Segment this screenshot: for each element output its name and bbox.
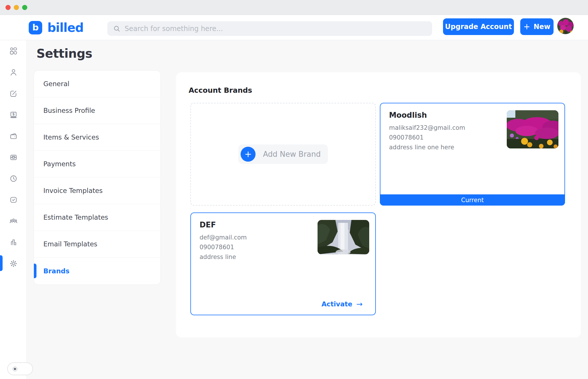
bar-chart-icon bbox=[9, 238, 18, 246]
window-close-button[interactable] bbox=[5, 5, 11, 10]
plus-icon: + bbox=[241, 147, 256, 162]
brand-logo-image bbox=[318, 220, 369, 254]
sidebar-item-wallet[interactable] bbox=[0, 128, 27, 144]
sidebar-item-history[interactable] bbox=[0, 171, 27, 187]
app-logo[interactable]: b billed bbox=[29, 21, 84, 35]
sun-icon bbox=[11, 366, 18, 372]
global-search[interactable] bbox=[107, 21, 432, 36]
sidebar-item-cash-book[interactable]: $ bbox=[0, 107, 27, 123]
user-icon bbox=[9, 68, 18, 76]
check-square-icon bbox=[9, 196, 18, 204]
plus-icon: + bbox=[523, 23, 530, 31]
app-header: b billed Upgrade Account + New bbox=[0, 15, 588, 40]
settings-menu: General Business Profile Items & Service… bbox=[34, 70, 161, 285]
dashboard-icon bbox=[9, 47, 18, 55]
menu-item-general[interactable]: General bbox=[34, 71, 160, 97]
sidebar-item-customers[interactable] bbox=[0, 213, 27, 229]
sidebar-item-tasks[interactable] bbox=[0, 192, 27, 208]
gear-icon bbox=[9, 260, 18, 268]
menu-item-estimate-templates[interactable]: Estimate Templates bbox=[34, 204, 160, 231]
activate-link[interactable]: Activate → bbox=[322, 300, 363, 308]
sidebar-nav: $ bbox=[0, 40, 27, 379]
clock-icon bbox=[9, 175, 18, 183]
upgrade-account-button[interactable]: Upgrade Account bbox=[443, 18, 514, 35]
logo-mark-icon: b bbox=[29, 21, 42, 34]
sidebar-item-dashboard[interactable] bbox=[0, 43, 27, 59]
menu-item-invoice-templates[interactable]: Invoice Templates bbox=[34, 177, 160, 204]
people-icon bbox=[9, 217, 18, 225]
menu-item-payments[interactable]: Payments bbox=[34, 151, 160, 177]
section-title: Account Brands bbox=[189, 86, 252, 94]
arrow-right-icon: → bbox=[356, 300, 363, 308]
page-title: Settings bbox=[36, 47, 92, 61]
brand-logo-image bbox=[507, 110, 558, 148]
sidebar-item-reports[interactable] bbox=[0, 234, 27, 250]
sidebar-item-compose[interactable] bbox=[0, 86, 27, 102]
menu-item-business-profile[interactable]: Business Profile bbox=[34, 97, 160, 124]
avatar-image bbox=[557, 18, 574, 34]
active-menu-indicator bbox=[34, 264, 36, 278]
sidebar-active-indicator bbox=[0, 255, 3, 271]
window-minimize-button[interactable] bbox=[14, 5, 19, 10]
wallet-icon bbox=[9, 132, 18, 140]
theme-toggle[interactable] bbox=[7, 362, 33, 375]
current-badge: Current bbox=[380, 194, 565, 206]
add-brand-card: + Add New Brand bbox=[190, 103, 376, 206]
brand-card-moodlish[interactable]: Moodlish maliksaif232@gmail.com 09007860… bbox=[380, 103, 565, 206]
menu-item-brands[interactable]: Brands bbox=[34, 258, 160, 284]
menu-item-email-templates[interactable]: Email Templates bbox=[34, 231, 160, 258]
window-zoom-button[interactable] bbox=[22, 5, 27, 10]
add-new-brand-button[interactable]: + Add New Brand bbox=[238, 144, 328, 164]
svg-text:$: $ bbox=[12, 112, 15, 116]
account-brands-panel: Account Brands + Add New Brand Moodlish … bbox=[176, 72, 581, 337]
search-icon bbox=[113, 25, 121, 32]
logo-text: billed bbox=[47, 21, 84, 35]
sidebar-item-inbox[interactable] bbox=[0, 149, 27, 165]
brand-card-def[interactable]: DEF def@gmail.com 090078601 address line bbox=[190, 212, 376, 315]
brands-grid: + Add New Brand Moodlish maliksaif232@gm… bbox=[190, 103, 565, 315]
menu-item-items-services[interactable]: Items & Services bbox=[34, 124, 160, 151]
window-titlebar bbox=[0, 0, 588, 15]
sidebar-item-contacts[interactable] bbox=[0, 64, 27, 80]
user-avatar[interactable] bbox=[557, 18, 574, 34]
cash-book-icon: $ bbox=[9, 111, 18, 119]
new-button[interactable]: + New bbox=[520, 18, 554, 35]
search-input[interactable] bbox=[125, 25, 426, 33]
inbox-icon bbox=[9, 153, 18, 161]
edit-icon bbox=[9, 90, 18, 98]
sidebar-item-settings[interactable] bbox=[0, 256, 27, 272]
